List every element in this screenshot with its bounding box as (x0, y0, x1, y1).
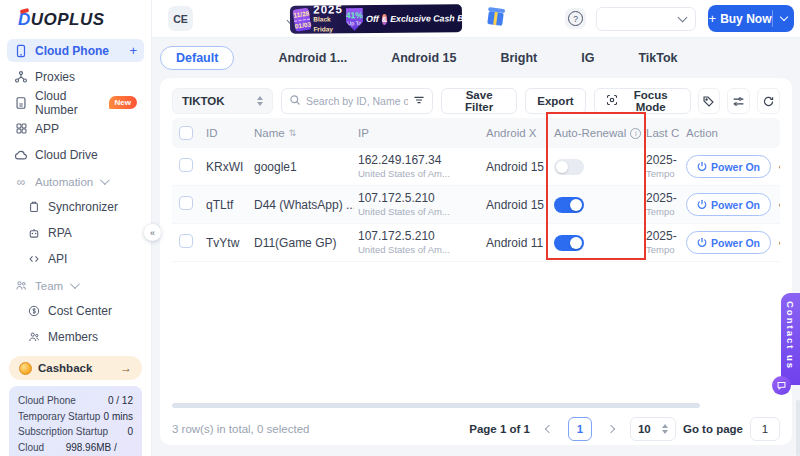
power-icon (697, 199, 707, 211)
sidebar-collapse-button[interactable] (144, 224, 161, 241)
row-checkbox[interactable] (179, 234, 193, 248)
cell-ip: 107.172.5.210United States of Am... (354, 230, 482, 256)
info-icon[interactable] (630, 128, 641, 139)
group-select[interactable]: TIKTOK (172, 88, 273, 114)
sidebar-item-synchronizer[interactable]: Synchronizer (20, 195, 144, 218)
tab-android-15[interactable]: Android 15 (391, 51, 456, 65)
cost-center-icon (27, 304, 41, 318)
black-friday-promo-banner[interactable]: 11/2801/03 2025Black Friday 41%Up To Off… (290, 4, 462, 33)
cloud-number-icon (14, 96, 28, 110)
refresh-button[interactable] (757, 88, 780, 114)
sidebar-item-app[interactable]: APP (7, 117, 144, 140)
cell-id: TvYtw (202, 236, 250, 250)
chat-bubble-icon[interactable] (772, 376, 791, 395)
promo-date-ticket: 11/2801/03 (292, 8, 311, 32)
row-checkbox[interactable] (179, 196, 193, 210)
sidebar-item-members[interactable]: Members (20, 325, 144, 348)
col-ip[interactable]: IP (354, 127, 482, 139)
vertical-scrollbar[interactable] (796, 400, 800, 456)
goto-label: Go to page (683, 423, 743, 435)
horizontal-scrollbar[interactable] (172, 403, 700, 408)
contact-us-tab[interactable]: Contact us (781, 293, 800, 385)
toolbar: TIKTOK Save Filter Export Focus Mode (172, 88, 780, 114)
power-on-button[interactable]: Power On (686, 231, 771, 254)
api-icon (27, 252, 41, 266)
cell-last: 2025-Tempo (642, 192, 682, 218)
select-all-checkbox[interactable] (179, 126, 193, 140)
power-on-button[interactable]: Power On (686, 193, 771, 216)
sidebar-item-rpa[interactable]: RPA (20, 221, 144, 244)
chevron-down-icon (70, 279, 80, 289)
sidebar-item-cost-center[interactable]: Cost Center (20, 299, 144, 322)
cell-name: D11(Game GP) (250, 236, 354, 250)
sidebar-item-api[interactable]: API (20, 247, 144, 270)
filter-sliders-icon[interactable] (413, 92, 425, 110)
sidebar-section-team[interactable]: Team (7, 275, 144, 296)
proxies-icon (14, 70, 28, 84)
add-cloud-phone-button[interactable]: + (129, 43, 137, 58)
cloud-phone-list-card: TIKTOK Save Filter Export Focus Mode (160, 78, 792, 445)
goto-page-input[interactable] (750, 417, 780, 441)
sidebar: DUOPLUS Cloud Phone + Proxies Cloud Numb… (0, 0, 152, 456)
auto-renewal-toggle[interactable] (554, 235, 584, 251)
promo-event: Black Friday (313, 14, 343, 34)
col-last[interactable]: Last C (642, 127, 682, 139)
cloud-phone-icon (14, 44, 28, 58)
prev-page-button[interactable] (537, 417, 561, 441)
save-filter-button[interactable]: Save Filter (441, 88, 517, 114)
col-name[interactable]: Name (250, 127, 354, 139)
tab-ig[interactable]: IG (581, 51, 594, 65)
workspace-avatar[interactable]: CE (168, 6, 193, 31)
sidebar-item-proxies[interactable]: Proxies (7, 65, 144, 88)
promo-amp-badge: & (382, 13, 388, 24)
page-size-select[interactable]: 10 (630, 417, 676, 441)
tab-tiktok[interactable]: TikTok (638, 51, 677, 65)
gift-icon (487, 11, 504, 26)
more-actions-button[interactable] (779, 160, 780, 174)
cell-id: KRxWI (202, 160, 250, 174)
tag-button[interactable] (698, 88, 721, 114)
next-page-button[interactable] (599, 417, 623, 441)
cell-android: Android 11 (482, 236, 550, 250)
cell-ip: 107.172.5.210United States of Am... (354, 192, 482, 218)
select-stepper-icon (257, 96, 263, 106)
cell-android: Android 15 (482, 160, 550, 174)
help-icon[interactable] (565, 8, 586, 29)
usage-stats-panel: Cloud Phone0 / 12 Temporary Startup0 min… (9, 386, 142, 456)
sidebar-item-cloud-number[interactable]: Cloud Number New (7, 91, 144, 114)
promo-bonus-text: Exclusive Cash Bonus (390, 13, 484, 24)
page-indicator: Page 1 of 1 (469, 423, 530, 435)
header-dropdown[interactable] (596, 7, 696, 31)
sidebar-section-automation[interactable]: ∞ Automation (7, 171, 144, 192)
pagination-bar: 3 row(s) in total, 0 selected Page 1 of … (172, 416, 780, 442)
tab-bright[interactable]: Bright (500, 51, 537, 65)
table-row: TvYtw D11(Game GP) 107.172.5.210United S… (172, 224, 780, 262)
sidebar-item-cloud-phone[interactable]: Cloud Phone + (7, 39, 144, 62)
column-settings-button[interactable] (727, 88, 750, 114)
buy-now-button[interactable]: +Buy Now (708, 5, 794, 32)
auto-renewal-toggle[interactable] (554, 159, 584, 175)
stat-subscription-startup: Subscription Startup0 (18, 424, 133, 440)
sidebar-item-cloud-drive[interactable]: Cloud Drive (7, 143, 144, 166)
team-icon (14, 279, 28, 292)
auto-renewal-toggle[interactable] (554, 197, 584, 213)
cashback-banner[interactable]: Cashback (9, 356, 142, 380)
export-button[interactable]: Export (525, 88, 585, 114)
tab-default[interactable]: Default (160, 46, 234, 70)
stat-cloud-phone: Cloud Phone0 / 12 (18, 393, 133, 409)
row-checkbox[interactable] (179, 158, 193, 172)
sort-icon[interactable] (289, 128, 297, 138)
col-auto-renewal[interactable]: Auto-Renewal (550, 127, 642, 139)
search-input[interactable] (306, 95, 408, 107)
power-icon (697, 161, 707, 173)
more-actions-button[interactable] (779, 236, 780, 250)
focus-mode-button[interactable]: Focus Mode (594, 88, 691, 114)
tab-android-1[interactable]: Android 1... (278, 51, 347, 65)
buy-now-dropdown[interactable] (772, 10, 794, 27)
col-id[interactable]: ID (202, 127, 250, 139)
page-number-button[interactable]: 1 (568, 417, 592, 441)
more-actions-button[interactable] (779, 198, 780, 212)
power-on-button[interactable]: Power On (686, 155, 771, 178)
promo-off-text: Off (366, 14, 379, 24)
col-android[interactable]: Android X (482, 127, 550, 139)
